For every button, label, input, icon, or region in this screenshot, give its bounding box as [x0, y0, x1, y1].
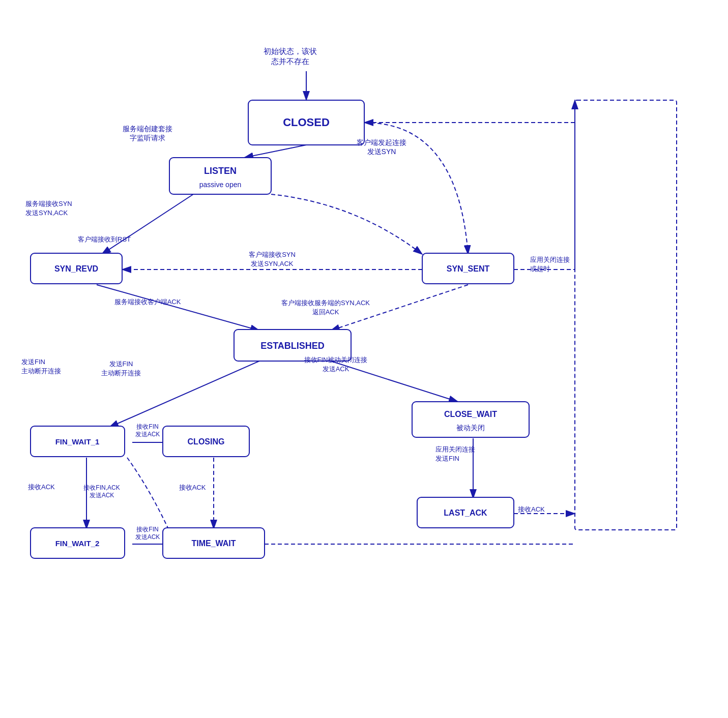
svg-text:主动断开连接: 主动断开连接: [101, 369, 141, 377]
closing-state: CLOSING: [188, 437, 225, 446]
server-recv-ack-label: 服务端接收客户端ACK: [114, 298, 181, 306]
svg-text:发送FIN: 发送FIN: [435, 455, 459, 462]
svg-rect-2: [575, 100, 677, 530]
svg-text:发送ACK: 发送ACK: [323, 365, 350, 373]
svg-line-6: [331, 285, 468, 331]
time-wait-state: TIME_WAIT: [191, 539, 236, 548]
client-syn-recv-label: 客户端接收SYN: [249, 251, 296, 258]
svg-line-8: [331, 361, 458, 402]
svg-text:发送SYN: 发送SYN: [367, 147, 396, 156]
recv-fin-passive-label: 接收FIN被动关闭连接: [304, 356, 368, 364]
client-rst-label: 客户端接收到RST: [78, 235, 131, 243]
listen-subtitle: passive open: [199, 181, 242, 189]
server-syn-ack-label: 服务端接收SYN: [25, 200, 72, 207]
established-state: ESTABLISHED: [260, 341, 325, 351]
svg-text:发送SYN,ACK: 发送SYN,ACK: [251, 260, 293, 267]
svg-text:主动断开连接: 主动断开连接: [21, 367, 61, 375]
recv-ack-right-label: 接收ACK: [518, 505, 545, 513]
svg-line-4: [102, 194, 193, 254]
svg-text:字监听请求: 字监听请求: [130, 134, 165, 142]
last-ack-state: LAST_ACK: [444, 508, 487, 517]
app-close-send-fin-label: 应用关闭连接: [435, 445, 475, 453]
svg-text:态并不存在: 态并不存在: [271, 57, 309, 66]
recv-ack-mid-label: 接收ACK: [179, 484, 206, 491]
close-wait-state: CLOSE_WAIT: [444, 410, 497, 418]
app-close-timeout-label: 应用关闭连接: [530, 256, 570, 263]
svg-line-3: [244, 145, 306, 158]
svg-text:发送ACK: 发送ACK: [135, 533, 160, 541]
diagram-svg: CLOSED LISTEN passive open SYN_REVD SYN_…: [0, 0, 728, 718]
send-fin-label-1: 发送FIN: [21, 358, 45, 366]
svg-text:发送ACK: 发送ACK: [90, 492, 114, 499]
listen-state: LISTEN: [204, 166, 237, 176]
recv-ack-left-label: 接收ACK: [28, 483, 55, 491]
client-syn-label: 客户端发起连接: [357, 138, 406, 146]
tcp-diagram: CLOSED LISTEN passive open SYN_REVD SYN_…: [0, 0, 728, 718]
syn-sent-state: SYN_SENT: [447, 264, 490, 273]
fin-wait-2-state: FIN_WAIT_2: [55, 539, 100, 548]
fin-wait-1-state: FIN_WAIT_1: [55, 437, 100, 446]
svg-line-5: [97, 285, 259, 331]
closed-state: CLOSED: [283, 116, 330, 129]
svg-text:发送ACK: 发送ACK: [135, 431, 160, 438]
svg-rect-23: [169, 158, 271, 194]
server-create-label: 服务端创建套接: [123, 125, 172, 133]
init-label: 初始状态，该状: [264, 47, 317, 55]
client-syn-ack-recv-label: 客户端接收服务端的SYN,ACK: [281, 299, 370, 307]
syn-revd-state: SYN_REVD: [54, 264, 98, 273]
svg-text:发送SYN,ACK: 发送SYN,ACK: [25, 209, 68, 217]
recv-fin-send-ack-mid-label: 接收FIN: [136, 423, 158, 430]
svg-rect-29: [412, 402, 529, 437]
svg-text:或超时: 或超时: [530, 265, 550, 273]
recv-fin-ack-label: 接收FIN,ACK: [83, 484, 120, 491]
close-wait-subtitle: 被动关闭: [456, 424, 485, 432]
svg-text:返回ACK: 返回ACK: [312, 308, 339, 316]
recv-fin-send-ack-bot-label: 接收FIN: [136, 526, 158, 533]
send-fin-label-2: 发送FIN: [109, 360, 133, 368]
